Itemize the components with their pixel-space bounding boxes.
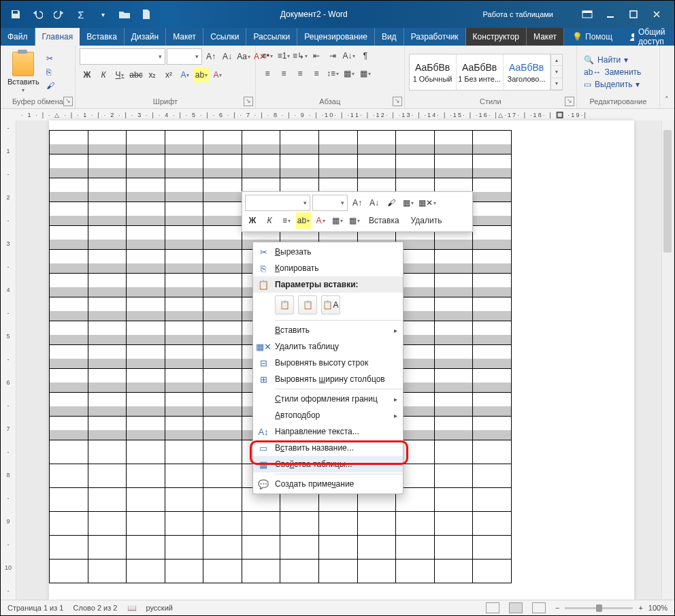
table-cell[interactable]	[127, 488, 165, 512]
table-cell[interactable]	[357, 536, 396, 560]
table-cell[interactable]	[319, 536, 358, 560]
table-cell[interactable]	[242, 512, 280, 536]
table-cell[interactable]	[127, 440, 165, 464]
mini-bold[interactable]: Ж	[245, 212, 260, 229]
table-cell[interactable]	[203, 321, 242, 345]
shrink-font-button[interactable]: A↓	[220, 49, 235, 64]
italic-button[interactable]: К	[96, 67, 111, 82]
underline-button[interactable]: Ч	[112, 67, 127, 82]
table-cell[interactable]	[50, 536, 88, 560]
table-cell[interactable]	[434, 250, 473, 274]
table-cell[interactable]	[473, 560, 512, 583]
table-cell[interactable]	[203, 512, 242, 536]
close-icon[interactable]	[648, 6, 665, 22]
table-cell[interactable]	[434, 393, 473, 417]
table-cell[interactable]	[165, 178, 203, 202]
table-cell[interactable]	[165, 417, 203, 440]
shading-button[interactable]: ▦	[342, 66, 357, 81]
table-cell[interactable]	[473, 440, 512, 464]
table-cell[interactable]	[88, 345, 127, 369]
table-cell[interactable]	[242, 131, 280, 155]
table-cell[interactable]	[242, 536, 280, 560]
table-cell[interactable]	[165, 202, 203, 226]
table-cell[interactable]	[357, 512, 396, 536]
styles-launcher[interactable]: ↘	[565, 97, 574, 106]
table-cell[interactable]	[50, 464, 88, 488]
table-row[interactable]	[50, 155, 512, 178]
table-cell[interactable]	[127, 297, 165, 321]
styles-more[interactable]: ▴▾▾	[550, 54, 562, 90]
tab-home[interactable]: Главная	[35, 28, 80, 46]
table-cell[interactable]	[127, 178, 165, 202]
table-cell[interactable]	[50, 512, 88, 536]
table-cell[interactable]	[203, 345, 242, 369]
table-cell[interactable]	[50, 321, 88, 345]
table-cell[interactable]	[88, 464, 127, 488]
table-cell[interactable]	[50, 155, 88, 178]
table-cell[interactable]	[50, 226, 88, 250]
table-cell[interactable]	[165, 155, 203, 178]
table-cell[interactable]	[165, 321, 203, 345]
table-cell[interactable]	[50, 297, 88, 321]
table-cell[interactable]	[473, 202, 512, 226]
ctx-copy[interactable]: ⎘Копировать	[253, 260, 403, 276]
table-cell[interactable]	[203, 131, 242, 155]
table-cell[interactable]	[242, 560, 280, 583]
open-icon[interactable]	[118, 7, 131, 21]
view-read-icon[interactable]	[486, 602, 499, 613]
table-cell[interactable]	[203, 536, 242, 560]
font-size-select[interactable]	[167, 48, 202, 65]
show-marks-button[interactable]: ¶	[358, 48, 373, 63]
tab-table-layout[interactable]: Макет	[527, 28, 564, 46]
table-cell[interactable]	[88, 393, 127, 417]
mini-shrink-font[interactable]: A↓	[367, 195, 382, 211]
table-cell[interactable]	[319, 131, 358, 155]
table-cell[interactable]	[88, 321, 127, 345]
sort-button[interactable]: A↓	[342, 48, 357, 63]
table-cell[interactable]	[434, 560, 473, 583]
paste-keep-source-icon[interactable]: 📋	[275, 295, 294, 314]
table-cell[interactable]	[127, 464, 165, 488]
table-cell[interactable]	[434, 297, 473, 321]
clipboard-launcher[interactable]: ↘	[63, 97, 73, 106]
cut-icon[interactable]: ✂	[46, 54, 56, 63]
ctx-border-styles[interactable]: Стили оформления границ▸	[253, 391, 403, 407]
table-cell[interactable]	[165, 369, 203, 393]
table-cell[interactable]	[88, 512, 127, 536]
text-effects-button[interactable]: A	[178, 67, 193, 82]
mini-format-painter-icon[interactable]: 🖌	[384, 195, 399, 211]
table-row[interactable]	[50, 560, 512, 583]
tab-view[interactable]: Вид	[375, 28, 404, 46]
table-cell[interactable]	[88, 536, 127, 560]
table-cell[interactable]	[357, 155, 396, 178]
table-cell[interactable]	[473, 250, 512, 274]
table-cell[interactable]	[357, 131, 396, 155]
mini-shading[interactable]: ▦	[330, 212, 345, 229]
format-painter-icon[interactable]: 🖌	[46, 81, 56, 91]
table-cell[interactable]	[473, 345, 512, 369]
tab-references[interactable]: Ссылки	[203, 28, 246, 46]
table-cell[interactable]	[473, 369, 512, 393]
table-cell[interactable]	[88, 226, 127, 250]
style-normal[interactable]: АаБбВв1 Обычный	[410, 54, 457, 90]
table-cell[interactable]	[165, 226, 203, 250]
ribbon-options-icon[interactable]	[579, 6, 595, 22]
mini-highlight[interactable]: ab	[296, 212, 311, 229]
mini-align[interactable]: ≡	[279, 212, 294, 229]
ctx-row-height[interactable]: ⊟Выровнять высоту строк	[253, 355, 403, 371]
ctx-new-comment[interactable]: 💬Создать примечание	[253, 476, 403, 492]
table-cell[interactable]	[88, 297, 127, 321]
table-cell[interactable]	[165, 512, 203, 536]
font-family-select[interactable]	[80, 48, 165, 65]
table-cell[interactable]	[319, 512, 358, 536]
table-cell[interactable]	[165, 250, 203, 274]
table-cell[interactable]	[127, 369, 165, 393]
change-case-button[interactable]: Aa	[236, 49, 251, 64]
qat-more-icon[interactable]: ▾	[96, 7, 110, 21]
table-cell[interactable]	[50, 369, 88, 393]
justify-button[interactable]: ≡	[309, 66, 324, 81]
table-cell[interactable]	[127, 345, 165, 369]
borders-button[interactable]: ▦	[358, 66, 373, 81]
tab-file[interactable]: Файл	[1, 28, 35, 46]
table-cell[interactable]	[434, 440, 473, 464]
